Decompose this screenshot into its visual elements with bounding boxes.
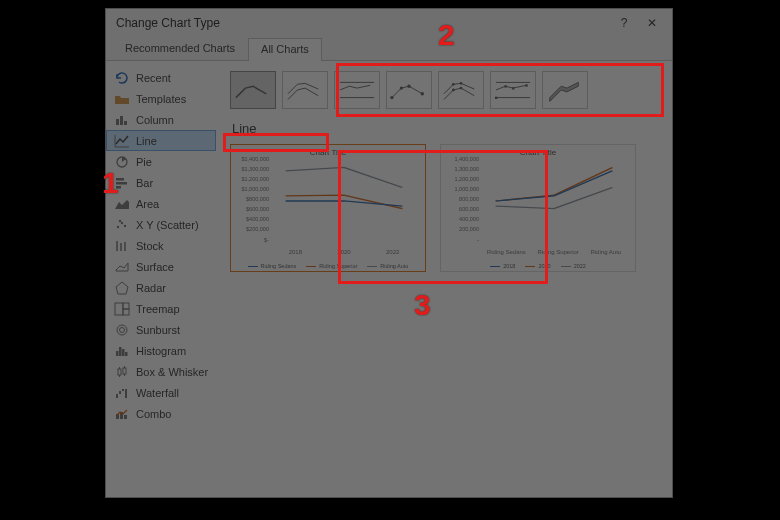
svg-rect-2 (124, 121, 127, 125)
sidebar-item-histogram[interactable]: Histogram (106, 340, 216, 361)
subtype-line-markers[interactable] (386, 71, 432, 109)
preview-xlabels: 2018 2020 2022 (271, 249, 417, 255)
sidebar-item-line[interactable]: Line (106, 130, 216, 151)
svg-point-32 (407, 84, 410, 87)
chart-subtype-row (230, 61, 662, 117)
svg-point-10 (119, 219, 121, 221)
sidebar-item-label: Pie (136, 156, 152, 168)
subtype-stacked-line-markers[interactable] (438, 71, 484, 109)
sidebar-item-surface[interactable]: Surface (106, 256, 216, 277)
subtype-100pct-stacked-line[interactable] (334, 71, 380, 109)
chart-category-sidebar: Recent Templates Column Line Pie Bar (106, 61, 216, 497)
sidebar-item-combo[interactable]: Combo (106, 403, 216, 424)
svg-rect-25 (125, 389, 127, 398)
sidebar-item-label: Line (136, 135, 157, 147)
svg-point-14 (117, 325, 127, 335)
svg-rect-5 (116, 182, 127, 185)
main-heading: Line (232, 121, 662, 136)
svg-rect-18 (122, 349, 125, 356)
sidebar-item-label: Radar (136, 282, 166, 294)
preview-ylabels: $1,400,000 $1,300,000 $1,200,000 $1,000,… (235, 157, 269, 243)
svg-rect-0 (116, 119, 119, 125)
close-button[interactable]: ✕ (638, 13, 666, 33)
dialog-titlebar: Change Chart Type ? ✕ (106, 9, 672, 37)
pie-chart-icon (114, 155, 130, 169)
sidebar-item-waterfall[interactable]: Waterfall (106, 382, 216, 403)
sidebar-item-templates[interactable]: Templates (106, 88, 216, 109)
svg-rect-28 (124, 415, 127, 419)
sidebar-item-radar[interactable]: Radar (106, 277, 216, 298)
sidebar-item-label: Surface (136, 261, 174, 273)
subtype-line[interactable] (230, 71, 276, 109)
radar-chart-icon (114, 281, 130, 295)
svg-rect-29 (234, 77, 272, 104)
svg-rect-16 (116, 351, 119, 356)
tab-all-charts[interactable]: All Charts (248, 38, 322, 61)
line-chart-icon (114, 134, 130, 148)
svg-rect-13 (123, 309, 129, 315)
sidebar-item-scatter[interactable]: X Y (Scatter) (106, 214, 216, 235)
preview-ylabels: 1,400,000 1,300,000 1,200,000 1,000,000 … (445, 157, 479, 243)
dialog-title: Change Chart Type (116, 16, 220, 30)
sidebar-item-label: X Y (Scatter) (136, 219, 199, 231)
stock-chart-icon (114, 239, 130, 253)
sidebar-item-label: Templates (136, 93, 186, 105)
svg-rect-17 (119, 347, 122, 356)
sidebar-item-label: Histogram (136, 345, 186, 357)
preview-legend: 2018 2020 2022 (441, 263, 635, 269)
sidebar-item-sunburst[interactable]: Sunburst (106, 319, 216, 340)
subtype-100pct-stacked-line-markers[interactable] (490, 71, 536, 109)
sidebar-item-recent[interactable]: Recent (106, 67, 216, 88)
svg-point-36 (452, 83, 455, 86)
svg-point-33 (421, 92, 424, 95)
sidebar-item-box-whisker[interactable]: Box & Whisker (106, 361, 216, 382)
sidebar-item-label: Waterfall (136, 387, 179, 399)
surface-chart-icon (114, 260, 130, 274)
svg-point-30 (390, 96, 393, 99)
sidebar-item-bar[interactable]: Bar (106, 172, 216, 193)
sidebar-item-label: Box & Whisker (136, 366, 208, 378)
sidebar-item-stock[interactable]: Stock (106, 235, 216, 256)
svg-rect-22 (116, 394, 118, 398)
svg-rect-41 (525, 84, 527, 86)
sidebar-item-column[interactable]: Column (106, 109, 216, 130)
svg-point-8 (121, 221, 123, 223)
sidebar-item-label: Recent (136, 72, 171, 84)
sunburst-chart-icon (114, 323, 130, 337)
svg-rect-40 (512, 87, 514, 89)
svg-rect-38 (495, 97, 497, 99)
undo-icon (114, 71, 130, 85)
svg-rect-1 (120, 116, 123, 125)
svg-rect-11 (115, 303, 123, 315)
preview-plot (481, 159, 627, 243)
sidebar-item-treemap[interactable]: Treemap (106, 298, 216, 319)
change-chart-type-dialog: Change Chart Type ? ✕ Recommended Charts… (105, 8, 673, 498)
folder-icon (114, 92, 130, 106)
dialog-body: Recent Templates Column Line Pie Bar (106, 61, 672, 497)
subtype-3d-line[interactable] (542, 71, 588, 109)
svg-point-7 (117, 225, 119, 227)
subtype-stacked-line[interactable] (282, 71, 328, 109)
svg-rect-23 (119, 391, 121, 394)
svg-rect-20 (118, 369, 121, 375)
svg-rect-19 (125, 352, 128, 356)
chart-preview-1[interactable]: Chart Title $1,400,000 $1,300,000 $1,200… (230, 144, 426, 272)
sidebar-item-label: Combo (136, 408, 171, 420)
bar-chart-icon (114, 176, 130, 190)
preview-xlabels: Riding Sedans Riding Superior Riding Aut… (481, 249, 627, 255)
treemap-chart-icon (114, 302, 130, 316)
chart-preview-2[interactable]: Chart Title 1,400,000 1,300,000 1,200,00… (440, 144, 636, 272)
svg-rect-21 (123, 368, 126, 374)
box-whisker-icon (114, 365, 130, 379)
sidebar-item-label: Column (136, 114, 174, 126)
tab-recommended-charts[interactable]: Recommended Charts (112, 37, 248, 60)
sidebar-item-area[interactable]: Area (106, 193, 216, 214)
help-button[interactable]: ? (610, 13, 638, 33)
dialog-tabs: Recommended Charts All Charts (106, 37, 672, 61)
preview-legend: Riding Sedans Riding Superior Riding Aut… (231, 263, 425, 269)
chart-previews: Chart Title $1,400,000 $1,300,000 $1,200… (230, 144, 662, 272)
sidebar-item-pie[interactable]: Pie (106, 151, 216, 172)
scatter-chart-icon (114, 218, 130, 232)
sidebar-item-label: Area (136, 198, 159, 210)
svg-rect-12 (123, 303, 129, 309)
